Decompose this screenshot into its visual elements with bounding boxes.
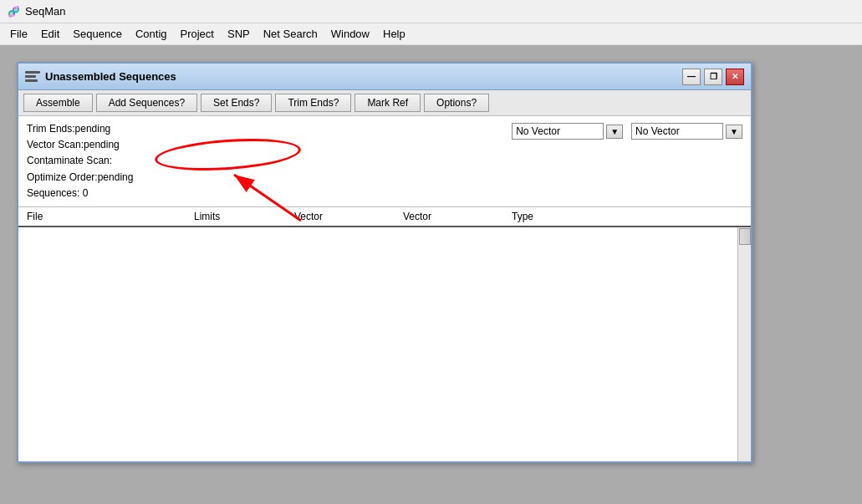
vector-select-2-wrapper: No Vector ▼ bbox=[631, 123, 742, 140]
col-vector2: Vector bbox=[403, 211, 512, 222]
options-button[interactable]: Options? bbox=[424, 94, 489, 112]
menu-window[interactable]: Window bbox=[324, 26, 376, 42]
col-vector1: Vector bbox=[294, 211, 403, 222]
app-title-bar: 🧬 SeqMan bbox=[0, 0, 862, 23]
vector-scan-status: Vector Scan:pending bbox=[27, 137, 495, 153]
window-toolbar: Assemble Add Sequences? Set Ends? Trim E… bbox=[18, 90, 751, 116]
add-sequences-button[interactable]: Add Sequences? bbox=[96, 94, 197, 112]
vector-select-2-arrow[interactable]: ▼ bbox=[726, 125, 742, 139]
menu-contig[interactable]: Contig bbox=[129, 26, 174, 42]
window-title: Unassembled Sequences bbox=[45, 70, 682, 83]
menu-net-search[interactable]: Net Search bbox=[257, 26, 324, 42]
unassembled-sequences-window: Unassembled Sequences — ❐ ✕ Assemble Add… bbox=[17, 62, 752, 463]
menu-edit[interactable]: Edit bbox=[34, 26, 66, 42]
restore-button[interactable]: ❐ bbox=[704, 69, 722, 85]
vector-select-2[interactable]: No Vector bbox=[631, 123, 723, 140]
menu-snp[interactable]: SNP bbox=[221, 26, 257, 42]
app-icon: 🧬 bbox=[7, 5, 20, 18]
col-file: File bbox=[27, 211, 194, 222]
menu-help[interactable]: Help bbox=[376, 26, 412, 42]
trim-ends-button[interactable]: Trim Ends? bbox=[275, 94, 351, 112]
app-title: SeqMan bbox=[25, 5, 65, 18]
trim-ends-status: Trim Ends:pending bbox=[27, 121, 495, 137]
menu-sequence[interactable]: Sequence bbox=[66, 26, 129, 42]
vector-select-1-wrapper: No Vector ▼ bbox=[512, 123, 623, 140]
assemble-button[interactable]: Assemble bbox=[23, 94, 93, 112]
window-controls: — ❐ ✕ bbox=[682, 69, 744, 85]
sequences-count: Sequences: 0 bbox=[27, 186, 495, 201]
col-limits: Limits bbox=[194, 211, 294, 222]
close-button[interactable]: ✕ bbox=[726, 69, 744, 85]
table-header: File Limits Vector Vector Type bbox=[18, 207, 751, 227]
vector-select-1[interactable]: No Vector bbox=[512, 123, 604, 140]
menu-project[interactable]: Project bbox=[174, 26, 221, 42]
optimize-order-status: Optimize Order:pending bbox=[27, 170, 495, 186]
minimize-button[interactable]: — bbox=[682, 69, 701, 85]
status-info: Trim Ends:pending Vector Scan:pending Co… bbox=[27, 121, 495, 201]
window-icon bbox=[25, 71, 40, 83]
status-area: Trim Ends:pending Vector Scan:pending Co… bbox=[18, 116, 751, 207]
menu-file[interactable]: File bbox=[3, 26, 34, 42]
scrollbar-thumb[interactable] bbox=[739, 228, 751, 245]
app-content: Unassembled Sequences — ❐ ✕ Assemble Add… bbox=[0, 45, 862, 504]
mark-ref-button[interactable]: Mark Ref bbox=[354, 94, 421, 112]
scrollbar[interactable] bbox=[737, 227, 751, 461]
vector-controls: No Vector ▼ No Vector ▼ bbox=[512, 123, 742, 140]
menu-bar: File Edit Sequence Contig Project SNP Ne… bbox=[0, 23, 862, 45]
window-title-bar: Unassembled Sequences — ❐ ✕ bbox=[18, 64, 751, 90]
vector-select-1-arrow[interactable]: ▼ bbox=[606, 125, 623, 139]
col-type: Type bbox=[512, 211, 612, 222]
contaminate-scan-status: Contaminate Scan: bbox=[27, 153, 495, 169]
set-ends-button[interactable]: Set Ends? bbox=[201, 94, 272, 112]
table-body bbox=[18, 227, 751, 461]
